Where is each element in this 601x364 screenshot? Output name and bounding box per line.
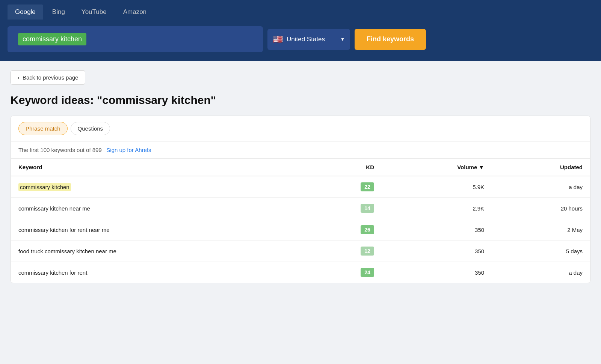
- kd-badge: 12: [361, 247, 374, 256]
- cell-kd: 12: [307, 241, 382, 262]
- cell-volume: 350: [382, 262, 492, 283]
- info-row: The first 100 keywords out of 899 Sign u…: [11, 141, 590, 159]
- highlighted-keyword: commissary kitchen: [18, 183, 71, 191]
- cell-updated: 2 May: [492, 219, 590, 241]
- tab-bing[interactable]: Bing: [45, 5, 72, 20]
- table-row: commissary kitchen for rent24350a day: [11, 262, 590, 283]
- cell-kd: 22: [307, 176, 382, 198]
- cell-volume: 350: [382, 241, 492, 262]
- cell-updated: 5 days: [492, 241, 590, 262]
- tab-amazon[interactable]: Amazon: [116, 5, 154, 20]
- page-title: Keyword ideas: "commissary kitchen": [11, 94, 590, 107]
- find-keywords-button[interactable]: Find keywords: [355, 29, 426, 50]
- us-flag-icon: 🇺🇸: [273, 35, 283, 44]
- col-header-volume: Volume ▼: [382, 159, 492, 176]
- cell-updated: a day: [492, 262, 590, 283]
- kd-badge: 22: [361, 182, 374, 191]
- sort-down-icon: ▼: [479, 164, 484, 170]
- cell-kd: 26: [307, 219, 382, 241]
- col-header-keyword: Keyword: [11, 159, 307, 176]
- table-row: food truck commissary kitchen near me123…: [11, 241, 590, 262]
- kd-badge: 26: [361, 225, 374, 234]
- tab-questions[interactable]: Questions: [71, 122, 110, 135]
- search-input-container: commissary kitchen: [8, 26, 263, 52]
- kd-badge: 24: [361, 268, 374, 277]
- cell-volume: 350: [382, 219, 492, 241]
- tab-phrase-match[interactable]: Phrase match: [18, 122, 68, 135]
- content-area: ‹ Back to previous page Keyword ideas: "…: [0, 61, 601, 292]
- country-name: United States: [287, 36, 337, 43]
- table-row: commissary kitchen near me142.9K20 hours: [11, 198, 590, 219]
- cell-keyword: food truck commissary kitchen near me: [11, 241, 307, 262]
- back-button[interactable]: ‹ Back to previous page: [11, 70, 85, 85]
- search-query-highlight: commissary kitchen: [18, 33, 86, 45]
- cell-keyword: commissary kitchen near me: [11, 198, 307, 219]
- table-row: commissary kitchen for rent near me26350…: [11, 219, 590, 241]
- table-row: commissary kitchen225.9Ka day: [11, 176, 590, 198]
- cell-updated: 20 hours: [492, 198, 590, 219]
- results-card: Phrase match Questions The first 100 key…: [11, 116, 590, 283]
- back-arrow-icon: ‹: [18, 74, 20, 81]
- tab-youtube[interactable]: YouTube: [74, 5, 114, 20]
- keywords-table: Keyword KD Volume ▼ Updated commissary k…: [11, 159, 590, 283]
- col-header-kd: KD: [307, 159, 382, 176]
- kd-badge: 14: [361, 204, 374, 213]
- chevron-down-icon: ▼: [340, 37, 345, 42]
- cell-updated: a day: [492, 176, 590, 198]
- search-bar: commissary kitchen 🇺🇸 United States ▼ Fi…: [0, 20, 601, 61]
- header: Google Bing YouTube Amazon commissary ki…: [0, 0, 601, 61]
- cell-volume: 5.9K: [382, 176, 492, 198]
- match-tabs: Phrase match Questions: [11, 116, 590, 141]
- cell-volume: 2.9K: [382, 198, 492, 219]
- cell-kd: 14: [307, 198, 382, 219]
- nav-tabs: Google Bing YouTube Amazon: [0, 0, 601, 20]
- back-button-label: Back to previous page: [23, 74, 78, 81]
- keyword-count-text: The first 100 keywords out of 899: [18, 147, 102, 153]
- col-header-updated: Updated: [492, 159, 590, 176]
- cell-keyword: commissary kitchen: [11, 176, 307, 198]
- cell-kd: 24: [307, 262, 382, 283]
- cell-keyword: commissary kitchen for rent: [11, 262, 307, 283]
- signup-link[interactable]: Sign up for Ahrefs: [106, 147, 151, 153]
- country-selector[interactable]: 🇺🇸 United States ▼: [267, 29, 350, 50]
- tab-google[interactable]: Google: [8, 5, 43, 20]
- cell-keyword: commissary kitchen for rent near me: [11, 219, 307, 241]
- table-header-row: Keyword KD Volume ▼ Updated: [11, 159, 590, 176]
